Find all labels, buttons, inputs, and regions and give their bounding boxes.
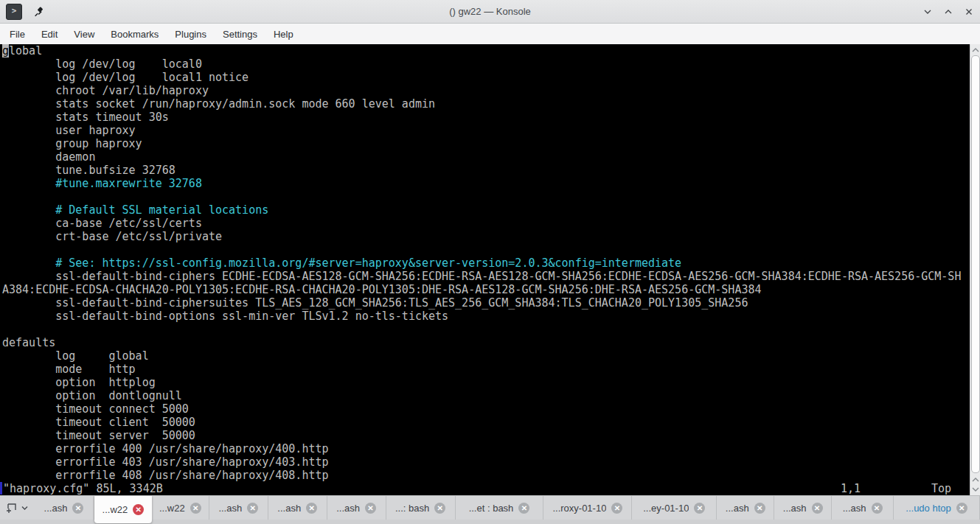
menu-settings[interactable]: Settings [215,25,265,43]
tab-4[interactable]: ...ash✕ [209,496,268,520]
tab-close-icon[interactable]: ✕ [72,503,83,514]
tab-7[interactable]: ...: bash✕ [386,496,456,520]
tab-3[interactable]: ...w22✕ [152,496,209,520]
vim-status-line: "haproxy.cfg" 85L, 3342B 1,1 Top [0,482,970,495]
tab-close-icon[interactable]: ✕ [872,503,883,514]
menu-file[interactable]: File [1,25,33,43]
tab-label: ...ash [843,503,866,514]
terminal-line: log global [0,349,970,363]
tab-1[interactable]: ...ash✕ [34,496,94,520]
tab-label: ...ash [726,503,749,514]
terminal-line: tune.bufsize 32768 [0,164,970,177]
terminal-line: timeout server 50000 [0,429,970,442]
titlebar: > () gw22 — Konsole [0,0,980,24]
tab-close-icon[interactable]: ✕ [812,503,823,514]
terminal-line: errorfile 408 /usr/share/haproxy/408.htt… [0,469,970,482]
terminal-line: log /dev/log local0 [0,57,970,71]
terminal-line: stats socket /run/haproxy/admin.sock mod… [0,97,970,111]
terminal-line: timeout client 50000 [0,416,970,429]
tab-10[interactable]: ...ey-01-10✕ [632,496,717,520]
konsole-window: > () gw22 — Konsole FileEditViewBookmark… [0,0,980,524]
tab-13[interactable]: ...ash✕ [832,496,894,520]
terminal-line: option dontlognull [0,389,970,402]
terminal-line: mode http [0,363,970,376]
scroll-up-icon-bottom[interactable] [970,475,980,484]
terminal-scrollbar[interactable] [970,44,980,495]
tab-11[interactable]: ...ash✕ [717,496,774,520]
terminal-line: errorfile 403 /usr/share/haproxy/403.htt… [0,455,970,469]
scrollbar-thumb[interactable] [971,55,980,473]
tab-6[interactable]: ...ash✕ [327,496,386,520]
close-button[interactable] [962,5,976,18]
tab-close-icon[interactable]: ✕ [694,503,705,514]
terminal-line [0,190,970,203]
window-title: () gw22 — Konsole [0,6,980,17]
terminal-line: log /dev/log local1 notice [0,71,970,84]
minimize-button[interactable] [921,5,934,18]
tab-close-icon[interactable]: ✕ [190,503,201,514]
terminal-line: #tune.maxrewrite 32768 [0,177,970,190]
vim-position: Top [931,482,951,495]
tab-close-icon[interactable]: ✕ [365,503,376,514]
new-tab-icon [6,503,19,514]
terminal-view[interactable]: global log /dev/log local0 log /dev/log … [0,44,970,495]
tab-close-icon[interactable]: ✕ [956,503,967,514]
terminal-line: ssl-default-bind-options ssl-min-ver TLS… [0,310,970,323]
terminal-line: errorfile 400 /usr/share/haproxy/400.htt… [0,442,970,455]
terminal-cursor: g [2,44,9,57]
tab-9[interactable]: ...roxy-01-10✕ [543,496,632,520]
tab-label: ...et : bash [469,503,514,514]
terminal-line: ca-base /etc/ssl/certs [0,217,970,230]
terminal-line [0,323,970,336]
tab-label: ...w22 [159,503,185,514]
tab-close-icon[interactable]: ✕ [306,503,317,514]
terminal-line: # Default SSL material locations [0,203,970,217]
tab-5[interactable]: ...ash✕ [268,496,327,520]
tab-label: ...ash [44,503,68,514]
scroll-down-icon[interactable] [970,485,980,494]
tab-12[interactable]: ...ash✕ [774,496,832,520]
tab-close-icon[interactable]: ✕ [754,503,765,514]
terminal-content: global log /dev/log local0 log /dev/log … [0,44,970,482]
tab-8[interactable]: ...et : bash✕ [456,496,544,520]
terminal-line: user haproxy [0,124,970,137]
command-line-cursor [0,482,2,495]
tab-2[interactable]: ...w22✕ [94,496,152,523]
vim-file-info: "haproxy.cfg" 85L, 3342B [3,482,163,495]
tab-14[interactable]: ...udo htop✕ [894,496,980,520]
tab-label: ...w22 [102,504,128,515]
terminal-line: daemon [0,150,970,164]
tab-close-icon[interactable]: ✕ [133,504,144,515]
terminal-line: ssl-default-bind-ciphers ECDHE-ECDSA-AES… [0,270,970,283]
menu-help[interactable]: Help [265,25,302,43]
scroll-up-icon[interactable] [970,46,980,55]
chevron-down-icon [21,506,28,511]
tab-label: ...ash [336,503,360,514]
terminal-line: A384:ECDHE-ECDSA-CHACHA20-POLY1305:ECDHE… [0,283,970,296]
menu-bookmarks[interactable]: Bookmarks [102,25,167,43]
tab-label: ...udo htop [906,503,951,514]
terminal-line: option httplog [0,376,970,389]
vim-ruler: 1,1 [841,482,861,495]
tab-label: ...ash [783,503,807,514]
window-controls [921,0,976,23]
terminal-line [0,243,970,256]
menu-view[interactable]: View [66,25,102,43]
terminal-line: global [0,44,970,57]
menu-edit[interactable]: Edit [33,25,66,43]
maximize-button[interactable] [942,5,955,18]
tab-label: ...ash [218,503,242,514]
new-tab-button[interactable] [0,496,34,520]
menubar: FileEditViewBookmarksPluginsSettingsHelp [0,24,980,44]
tab-close-icon[interactable]: ✕ [434,503,445,514]
terminal-line: chroot /var/lib/haproxy [0,84,970,97]
tab-close-icon[interactable]: ✕ [247,503,258,514]
tabbar: ...ash✕...w22✕...w22✕...ash✕...ash✕...as… [0,495,980,524]
menu-plugins[interactable]: Plugins [167,25,215,43]
tab-close-icon[interactable]: ✕ [611,503,622,514]
tab-label: ...ey-01-10 [643,503,689,514]
terminal-line: timeout connect 5000 [0,402,970,416]
terminal-line: stats timeout 30s [0,111,970,124]
tab-close-icon[interactable]: ✕ [518,503,529,514]
tab-label: ...roxy-01-10 [552,503,606,514]
